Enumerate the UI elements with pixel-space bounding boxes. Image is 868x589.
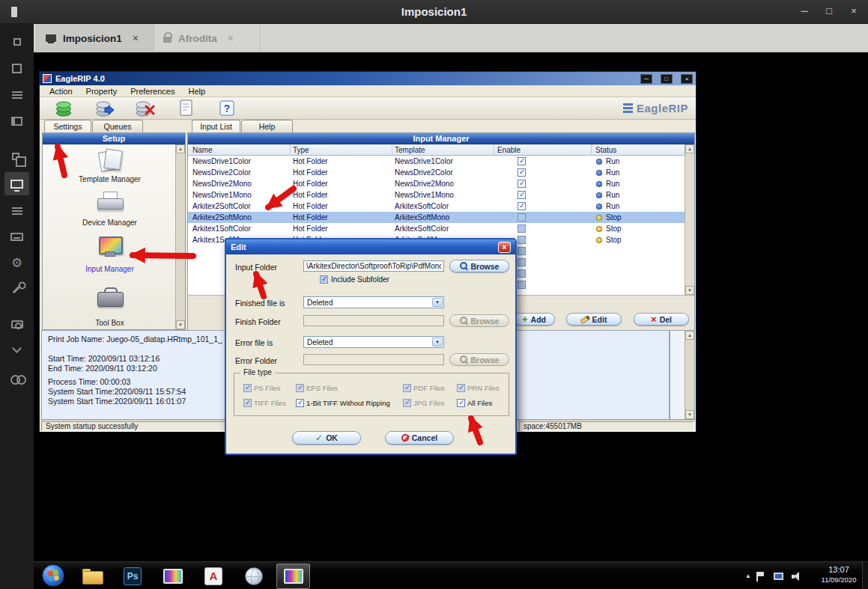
scroll-down-icon[interactable]: [176, 320, 185, 329]
menu-icon[interactable]: [9, 87, 25, 103]
tools-wrench-icon[interactable]: [9, 281, 25, 297]
start-button[interactable]: [42, 564, 64, 587]
log-scrollbar[interactable]: [685, 331, 694, 419]
enable-checkbox[interactable]: [518, 202, 526, 210]
document-icon[interactable]: [176, 98, 195, 118]
photoshop-button[interactable]: Ps: [122, 567, 143, 586]
setup-item-input-manager[interactable]: Input Manager: [43, 265, 177, 273]
close-icon[interactable]: ×: [498, 242, 511, 253]
del-button[interactable]: Del: [634, 313, 689, 326]
tool-box-icon[interactable]: [43, 287, 177, 308]
cancel-button[interactable]: Cancel: [385, 431, 454, 445]
finished-file-select[interactable]: Deleted: [303, 296, 444, 308]
tab-queues[interactable]: Queues: [92, 120, 143, 132]
screen-active-icon[interactable]: [4, 172, 29, 195]
settings-gear-icon[interactable]: [9, 255, 25, 271]
tab-close-icon[interactable]: ×: [228, 32, 234, 44]
tab-afrodita[interactable]: Afrodita ×: [154, 24, 261, 52]
table-row[interactable]: NewsDrive1Color Hot Folder NewsDrive1Col…: [188, 156, 685, 167]
enable-checkbox[interactable]: [518, 236, 526, 244]
enable-checkbox[interactable]: [518, 213, 526, 222]
delete-job-icon[interactable]: [135, 98, 155, 118]
app-icon[interactable]: [9, 34, 25, 49]
tab-close-icon[interactable]: ×: [133, 32, 139, 44]
scroll-down-icon[interactable]: [685, 410, 694, 419]
tab-help[interactable]: Help: [241, 120, 293, 132]
checkbox-icon[interactable]: [320, 275, 328, 284]
template-manager-icon[interactable]: [43, 148, 177, 172]
add-button[interactable]: Add: [513, 313, 555, 326]
tab-input-list[interactable]: Input List: [192, 120, 240, 132]
table-row[interactable]: Arkitex2SoftColor Hot Folder ArkitexSoft…: [188, 201, 685, 212]
enable-checkbox[interactable]: [518, 191, 526, 199]
table-row-selected[interactable]: Arkitex2SoftMono Hot Folder ArkitexSoftM…: [188, 212, 685, 223]
tab-imposicion1[interactable]: Imposicion1 ×: [36, 24, 154, 52]
side-panel-icon[interactable]: [9, 113, 25, 129]
scroll-up-icon[interactable]: [685, 144, 694, 153]
enable-checkbox[interactable]: [518, 281, 526, 289]
col-status[interactable]: Status: [595, 146, 616, 154]
screenshot-camera-icon[interactable]: [9, 317, 25, 332]
close-icon[interactable]: ×: [681, 74, 693, 84]
queue-sync-icon[interactable]: [95, 98, 115, 118]
col-template[interactable]: Template: [395, 146, 425, 154]
taskbar-clock[interactable]: 13:07 11/09/2020: [811, 565, 867, 584]
eaglerip-active-task[interactable]: [276, 564, 310, 589]
setup-scrollbar[interactable]: [175, 144, 185, 329]
maximize-icon[interactable]: □: [661, 74, 673, 84]
tray-display-icon[interactable]: [772, 570, 784, 582]
minimize-icon[interactable]: ─: [798, 4, 811, 18]
scroll-down-icon[interactable]: [685, 286, 694, 295]
enable-checkbox[interactable]: [518, 225, 526, 233]
input-folder-field[interactable]: [303, 260, 444, 272]
error-file-select[interactable]: Deleted: [303, 336, 444, 348]
enable-checkbox[interactable]: [518, 157, 526, 165]
keyboard-icon[interactable]: [9, 229, 25, 245]
input-manager-icon[interactable]: [43, 236, 177, 259]
tray-flag-icon[interactable]: [754, 570, 766, 582]
menu-preferences[interactable]: Preferences: [124, 87, 181, 96]
browser-button[interactable]: [243, 567, 264, 586]
scale-window-icon[interactable]: [9, 150, 25, 165]
minimize-icon[interactable]: ─: [640, 74, 652, 84]
enable-checkbox[interactable]: [518, 258, 526, 266]
setup-item-device-manager[interactable]: Device Manager: [43, 219, 177, 227]
fullscreen-icon[interactable]: [9, 61, 25, 76]
menu-help[interactable]: Help: [181, 87, 212, 96]
table-scrollbar[interactable]: [685, 144, 694, 295]
setup-item-template-manager[interactable]: Template Manager: [43, 175, 177, 183]
chevron-down-icon[interactable]: [432, 338, 443, 347]
scroll-up-icon[interactable]: [685, 331, 694, 340]
menu-action[interactable]: Action: [43, 87, 79, 96]
device-manager-icon[interactable]: [43, 192, 177, 214]
ok-button[interactable]: OK: [292, 431, 361, 445]
edit-button[interactable]: Edit: [566, 313, 622, 326]
tab-settings[interactable]: Settings: [44, 120, 91, 132]
setup-item-tool-box[interactable]: Tool Box: [43, 319, 177, 327]
col-type[interactable]: Type: [293, 146, 309, 154]
chevron-down-icon[interactable]: [432, 298, 443, 307]
filetype-1bit-tiff[interactable]: 1-Bit TIFF Without Ripping: [296, 399, 390, 407]
collapse-chevron-icon[interactable]: [9, 342, 25, 358]
checkbox-icon[interactable]: [457, 399, 465, 407]
maximize-icon[interactable]: □: [822, 4, 836, 18]
table-row[interactable]: NewsDrive1Mono Hot Folder NewsDrive1Mono…: [188, 189, 685, 201]
col-name[interactable]: Name: [192, 146, 213, 154]
eaglerip-titlebar[interactable]: EagleRIP 4.0 ─ □ ×: [40, 72, 696, 85]
table-row[interactable]: NewsDrive2Mono Hot Folder NewsDrive2Mono…: [188, 178, 685, 189]
menu-property[interactable]: Property: [79, 87, 124, 96]
tray-speaker-icon[interactable]: [790, 570, 802, 582]
pdf-reader-button[interactable]: [203, 567, 224, 586]
close-icon[interactable]: ×: [847, 4, 861, 18]
connection-link-icon[interactable]: [9, 370, 25, 386]
table-row[interactable]: Arkitex1SoftColor Hot Folder ArkitexSoft…: [188, 223, 685, 234]
checkbox-icon[interactable]: [296, 399, 304, 407]
dialog-titlebar[interactable]: Edit ×: [226, 239, 515, 254]
help-icon[interactable]: ?: [217, 98, 237, 118]
tray-expand-icon[interactable]: [745, 573, 751, 579]
enable-checkbox[interactable]: [518, 168, 526, 177]
show-desktop-button[interactable]: [862, 562, 868, 589]
col-enable[interactable]: Enable: [497, 146, 521, 154]
enable-checkbox[interactable]: [518, 247, 526, 255]
file-explorer-button[interactable]: [82, 567, 103, 586]
